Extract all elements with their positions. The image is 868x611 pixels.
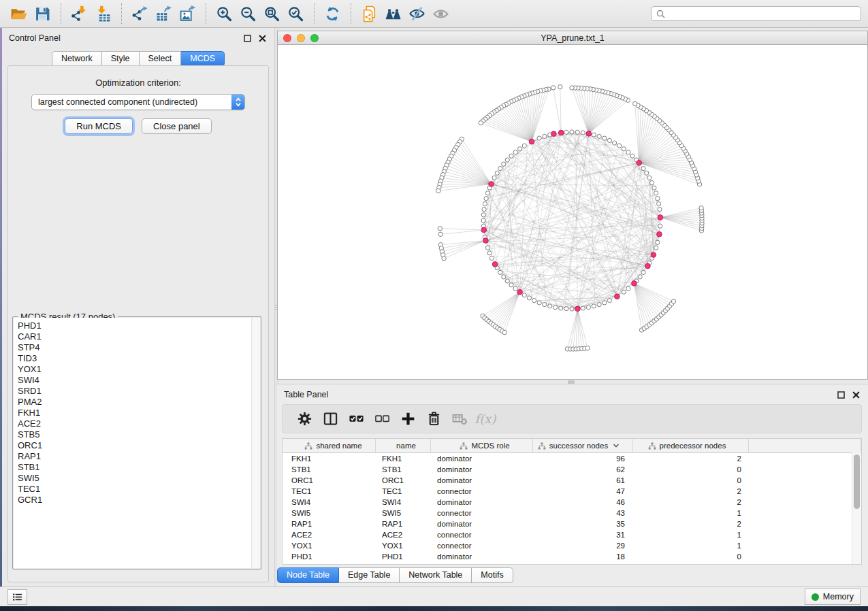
table-row[interactable]: SWI5SWI5connector431 xyxy=(283,508,861,518)
export-image-icon[interactable] xyxy=(176,3,199,25)
close-table-panel-icon[interactable] xyxy=(852,391,860,399)
mcds-result-item[interactable]: STB1 xyxy=(18,462,260,473)
hide-selected-icon[interactable] xyxy=(405,3,429,25)
table-row[interactable]: STB1STB1dominator620 xyxy=(283,464,861,475)
mcds-result-item[interactable]: RAP1 xyxy=(18,451,260,462)
cell-name: SWI4 xyxy=(376,498,431,506)
zoom-selected-icon[interactable] xyxy=(284,3,308,25)
table-scrollbar-thumb[interactable] xyxy=(854,455,860,509)
table-tab-node-table[interactable]: Node Table xyxy=(277,567,339,583)
search-box[interactable] xyxy=(651,6,861,21)
mcds-result-item[interactable]: ORC1 xyxy=(18,440,260,451)
import-table-icon[interactable] xyxy=(91,3,115,25)
first-neighbors-icon[interactable] xyxy=(381,3,405,25)
mcds-result-item[interactable]: GCR1 xyxy=(18,495,260,506)
cell-shared-name: STB1 xyxy=(283,465,376,474)
column-header-name[interactable]: name xyxy=(376,439,431,452)
table-row[interactable]: FKH1FKH1dominator962 xyxy=(283,453,861,464)
table-row[interactable]: ORC1ORC1dominator610 xyxy=(283,475,861,486)
tab-mcds[interactable]: MCDS xyxy=(181,51,225,67)
mcds-list-scrollbar[interactable] xyxy=(251,318,260,568)
cell-predecessor-nodes: 1 xyxy=(633,531,749,539)
export-table-icon[interactable] xyxy=(152,3,176,25)
mcds-result-item[interactable]: YOX1 xyxy=(18,364,260,375)
open-file-icon[interactable] xyxy=(7,3,31,25)
tab-select[interactable]: Select xyxy=(140,51,182,67)
mcds-result-item[interactable]: PHD1 xyxy=(18,320,260,331)
network-canvas[interactable] xyxy=(277,45,868,380)
minimize-window-icon[interactable] xyxy=(297,34,305,42)
close-panel-button[interactable]: Close panel xyxy=(142,118,212,134)
mcds-result-item[interactable]: TID3 xyxy=(18,353,260,364)
refresh-icon[interactable] xyxy=(321,3,344,25)
delete-column-icon[interactable] xyxy=(421,408,447,431)
import-network-icon[interactable] xyxy=(67,3,91,25)
deselect-all-rows-icon[interactable] xyxy=(369,408,395,431)
tab-style[interactable]: Style xyxy=(102,51,140,67)
float-panel-icon[interactable] xyxy=(244,35,251,42)
export-network-icon[interactable] xyxy=(128,3,152,25)
table-row[interactable]: YOX1YOX1connector291 xyxy=(283,540,861,551)
mcds-result-item[interactable]: ACE2 xyxy=(18,418,260,429)
mcds-result-item[interactable]: FKH1 xyxy=(18,408,260,418)
cell-name: TEC1 xyxy=(376,487,431,495)
show-columns-icon[interactable] xyxy=(317,408,343,431)
network-window-titlebar[interactable]: YPA_prune.txt_1 xyxy=(277,31,868,45)
run-mcds-button[interactable]: Run MCDS xyxy=(65,118,133,134)
tab-network[interactable]: Network xyxy=(52,51,102,67)
cell-successor-nodes: 96 xyxy=(533,455,633,463)
table-row[interactable]: PHD1PHD1dominator180 xyxy=(283,551,861,562)
mcds-result-item[interactable]: SWI5 xyxy=(18,473,260,484)
cell-MCDS-role: connector xyxy=(431,531,533,539)
table-row[interactable]: SWI4SWI4dominator462 xyxy=(283,497,861,508)
column-header-successor-nodes[interactable]: successor nodes xyxy=(533,439,633,452)
cell-MCDS-role: dominator xyxy=(431,455,533,463)
task-history-button[interactable] xyxy=(7,589,27,605)
table-header-row: shared namenameMCDS rolesuccessor nodesp… xyxy=(283,439,861,453)
table-scrollbar[interactable] xyxy=(852,452,861,564)
mcds-result-item[interactable]: PMA2 xyxy=(18,397,260,408)
cell-successor-nodes: 43 xyxy=(533,509,633,517)
new-network-from-selection-icon[interactable] xyxy=(357,3,381,25)
table-panel-title: Table Panel xyxy=(284,390,328,399)
select-all-rows-icon[interactable] xyxy=(343,408,369,431)
table-tab-motifs[interactable]: Motifs xyxy=(472,567,513,583)
table-row[interactable]: TEC1TEC1connector472 xyxy=(283,486,861,497)
float-table-panel-icon[interactable] xyxy=(837,391,845,399)
cell-name: FKH1 xyxy=(376,455,431,463)
table-tab-network-table[interactable]: Network Table xyxy=(400,567,472,583)
table-tab-edge-table[interactable]: Edge Table xyxy=(339,567,400,583)
column-header-shared-name[interactable]: shared name xyxy=(283,439,376,452)
mcds-result-list[interactable]: PHD1CAR1STP4TID3YOX1SWI4SRD1PMA2FKH1ACE2… xyxy=(14,318,260,568)
memory-label: Memory xyxy=(823,592,854,601)
memory-status-icon xyxy=(811,593,819,601)
cell-MCDS-role: dominator xyxy=(431,552,533,561)
save-session-icon[interactable] xyxy=(31,3,54,25)
mcds-result-item[interactable]: STP4 xyxy=(18,342,260,353)
cell-predecessor-nodes: 0 xyxy=(633,465,749,474)
network-window: YPA_prune.txt_1 xyxy=(277,31,868,380)
optimization-criterion-select[interactable]: largest connected component (undirected) xyxy=(31,94,245,110)
table-row[interactable]: RAP1RAP1dominator352 xyxy=(283,518,861,529)
add-column-icon[interactable] xyxy=(395,408,421,431)
close-window-icon[interactable] xyxy=(283,34,291,42)
maximize-window-icon[interactable] xyxy=(310,34,319,42)
table-toolbar: f(x) xyxy=(282,404,862,433)
mcds-result-item[interactable]: TEC1 xyxy=(18,484,260,495)
search-input[interactable] xyxy=(669,8,856,19)
table-row[interactable]: ACE2ACE2connector311 xyxy=(283,529,861,540)
zoom-out-icon[interactable] xyxy=(236,3,260,25)
mcds-result-item[interactable]: CAR1 xyxy=(18,331,260,342)
column-header-MCDS-role[interactable]: MCDS role xyxy=(431,439,533,452)
mcds-result-item[interactable]: SRD1 xyxy=(18,386,260,397)
cell-shared-name: ORC1 xyxy=(283,476,376,484)
mcds-result-item[interactable]: STB5 xyxy=(18,429,260,440)
cell-successor-nodes: 47 xyxy=(533,487,633,495)
memory-button[interactable]: Memory xyxy=(805,589,861,605)
close-panel-icon[interactable] xyxy=(259,35,266,42)
mcds-result-item[interactable]: SWI4 xyxy=(18,375,260,386)
zoom-in-icon[interactable] xyxy=(212,3,236,25)
zoom-fit-icon[interactable] xyxy=(260,3,284,25)
column-header-predecessor-nodes[interactable]: predecessor nodes xyxy=(633,439,749,452)
column-settings-icon[interactable] xyxy=(291,408,317,431)
